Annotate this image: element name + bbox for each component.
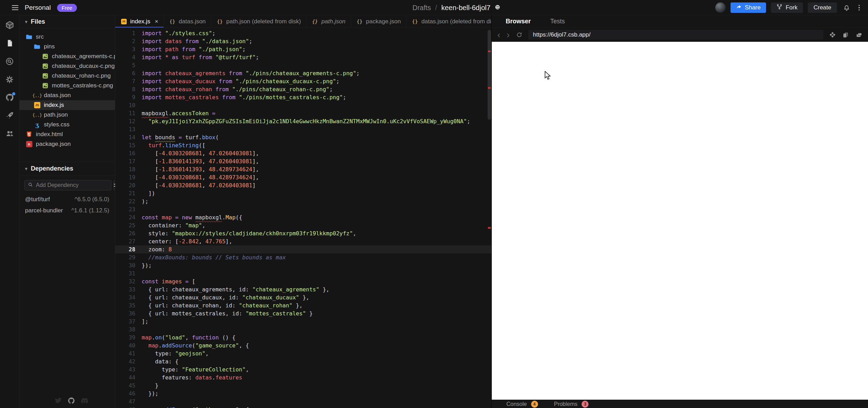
visibility-globe-icon[interactable]: [495, 4, 500, 12]
file-label: pins: [44, 43, 55, 50]
tab-label: path.json: [322, 18, 346, 25]
image-file-icon: [42, 73, 48, 79]
console-tab[interactable]: Console 4: [506, 401, 538, 408]
discord-icon[interactable]: [81, 397, 88, 405]
line-number: 48: [115, 406, 142, 408]
code-line-6: 6import chateaux_agrements from "./pins/…: [115, 69, 491, 77]
file-index.js[interactable]: JSindex.js: [19, 100, 115, 110]
sandbox-cube-icon[interactable]: [5, 21, 14, 30]
line-number: 41: [115, 350, 142, 358]
github-icon[interactable]: [68, 397, 75, 405]
duplicate-preview-icon[interactable]: [855, 31, 863, 39]
file-src[interactable]: src: [19, 32, 115, 42]
file-package.json[interactable]: npackage.json: [19, 139, 115, 149]
dependency-parcel-bundler[interactable]: parcel-bundler^1.6.1 (1.12.5): [19, 205, 115, 216]
url-input[interactable]: [528, 30, 823, 40]
file-index.html[interactable]: index.html: [19, 130, 115, 139]
tab-datas.json (deleted from disk)[interactable]: {}datas.json (deleted from disk): [407, 15, 505, 28]
tab-browser[interactable]: Browser: [506, 18, 531, 25]
line-content: import path from "./path.json";: [142, 45, 246, 53]
line-number: 25: [115, 221, 142, 229]
preview-actions-icon[interactable]: [828, 31, 837, 39]
back-icon[interactable]: ‹: [497, 30, 501, 39]
tab-path.json (deleted from disk)[interactable]: {}path.json (deleted from disk): [211, 15, 307, 28]
add-dependency-field[interactable]: [24, 180, 111, 190]
codesandbox-app: Personal Free Drafts / keen-bell-6djol7 …: [0, 0, 868, 408]
close-icon[interactable]: ×: [155, 18, 158, 25]
notification-dot: [12, 92, 15, 95]
file-explorer-icon[interactable]: [5, 39, 14, 48]
tab-label: datas.json (deleted from disk): [421, 18, 499, 25]
github-icon[interactable]: [5, 93, 14, 102]
editor-tabbar: JSindex.js×{}datas.json{}path.json (dele…: [115, 15, 491, 28]
file-mottes_castrales-c.png[interactable]: mottes_castrales-c.png: [19, 81, 115, 91]
gear-icon[interactable]: [5, 75, 14, 84]
workspace-name[interactable]: Personal: [25, 4, 51, 11]
folder-file-icon: [26, 34, 32, 40]
open-new-window-icon[interactable]: [842, 31, 850, 39]
fork-icon: [776, 4, 782, 11]
preview-tabbar: Browser Tests: [492, 15, 868, 28]
menu-icon[interactable]: [12, 5, 18, 10]
code-line-24: 24const map = new mapboxgl.Map({: [115, 213, 491, 221]
line-content: style: "mapbox://styles/cladjidane/ckh0n…: [142, 229, 356, 237]
line-content: }: [142, 382, 158, 390]
line-number: 3: [115, 45, 142, 53]
tab-tests[interactable]: Tests: [550, 18, 565, 25]
more-menu-icon[interactable]: [857, 5, 862, 11]
share-button[interactable]: Share: [731, 2, 766, 13]
dependencies-section-header[interactable]: ▾ Dependencies: [19, 162, 115, 176]
users-icon[interactable]: [5, 129, 14, 138]
search-icon[interactable]: [5, 57, 14, 66]
file-path.json[interactable]: {..}path.json: [19, 110, 115, 120]
avatar[interactable]: [715, 2, 726, 13]
devtools-bar: Console 4 Problems 3: [492, 400, 868, 408]
line-number: 42: [115, 358, 142, 366]
file-chateaux_ducaux-c.png[interactable]: chateaux_ducaux-c.png: [19, 61, 115, 71]
preview-viewport[interactable]: [492, 42, 868, 400]
tab-path.json[interactable]: {}path.json: [307, 15, 351, 28]
code-line-19: 19 [-4.0303208681, 48.4289734624],: [115, 173, 491, 181]
problems-label: Problems: [554, 401, 578, 407]
reload-icon[interactable]: [515, 31, 523, 39]
file-chateaux_agrements-c.png[interactable]: chateaux_agrements-c.png: [19, 52, 115, 61]
file-datas.json[interactable]: {..}datas.json: [19, 91, 115, 100]
code-area[interactable]: 1import "./styles.css";2import datas fro…: [115, 28, 491, 408]
tab-package.json[interactable]: {}package.json: [351, 15, 407, 28]
sandbox-title[interactable]: keen-bell-6djol7: [441, 4, 490, 12]
line-number: 5: [115, 61, 142, 69]
file-label: chateaux_agrements-c.png: [52, 53, 115, 60]
files-section-header[interactable]: ▾ Files: [19, 15, 115, 29]
line-number: 38: [115, 325, 142, 334]
file-pins[interactable]: pins: [19, 42, 115, 52]
tab-index.js[interactable]: JSindex.js×: [115, 15, 164, 28]
image-file-icon: [42, 63, 48, 70]
breadcrumb-drafts[interactable]: Drafts: [412, 4, 431, 12]
code-line-7: 7import chateaux_ducaux from "./pins/cha…: [115, 77, 491, 85]
file-chateaux_rohan-c.png[interactable]: chateaux_rohan-c.png: [19, 71, 115, 81]
line-number: 47: [115, 398, 142, 406]
dependency-list: @turf/turf^6.5.0 (6.5.0)parcel-bundler^1…: [19, 194, 115, 216]
code-line-27: 27 center: [-2.842, 47.765],: [115, 237, 491, 245]
problems-tab[interactable]: Problems 3: [554, 401, 589, 408]
file-label: path.json: [44, 111, 68, 118]
line-content: mapboxgl.accessToken =: [142, 109, 215, 117]
line-content: ];: [142, 317, 148, 325]
notifications-bell-icon[interactable]: [842, 3, 852, 13]
fork-button[interactable]: Fork: [771, 2, 803, 13]
line-number: 12: [115, 117, 142, 125]
add-dependency-input[interactable]: [36, 182, 108, 188]
tab-datas.json[interactable]: {}datas.json: [164, 15, 212, 28]
npm-file-icon: n: [26, 141, 32, 148]
line-number: 29: [115, 253, 142, 261]
dependency-@turf/turf[interactable]: @turf/turf^6.5.0 (6.5.0): [19, 194, 115, 205]
json-file-icon: {..}: [34, 92, 40, 99]
rocket-deploy-icon[interactable]: [5, 111, 14, 120]
file-styles.css[interactable]: ʒstyles.css: [19, 120, 115, 130]
editor-scrollbar[interactable]: [488, 30, 491, 120]
twitter-icon[interactable]: [54, 397, 62, 405]
line-number: 15: [115, 141, 142, 149]
code-line-34: 34 { url: chateaux_ducaux, id: "chateaux…: [115, 293, 491, 301]
forward-icon[interactable]: ›: [506, 30, 511, 39]
create-button[interactable]: Create: [808, 2, 837, 13]
